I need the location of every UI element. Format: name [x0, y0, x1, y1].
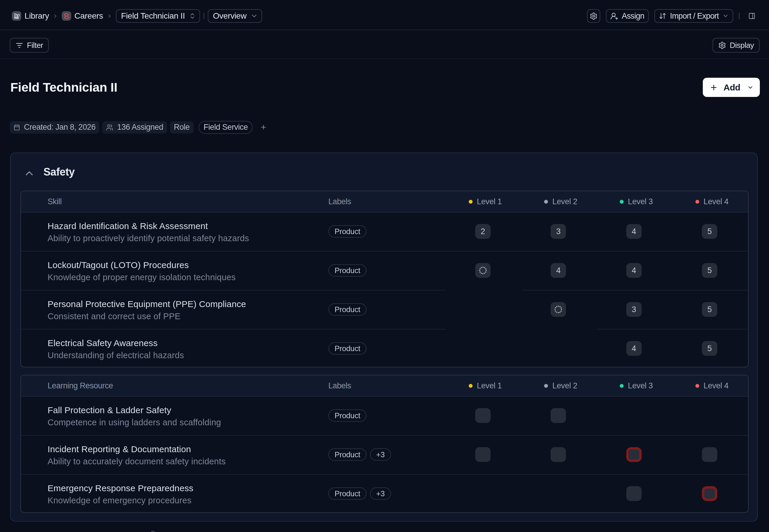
level-cell[interactable]: [521, 341, 596, 356]
resource-subtitle: Ability to accurately document safety in…: [48, 457, 328, 466]
chevron-right-icon: [107, 13, 112, 19]
chevron-down-icon: [250, 12, 258, 20]
level-cell[interactable]: 2: [445, 224, 521, 239]
table-row[interactable]: Hazard Identification & Risk Assessment …: [21, 212, 748, 251]
collapse-section-button[interactable]: [25, 169, 34, 178]
panel-toggle-button[interactable]: [747, 9, 757, 23]
skill-title: Lockout/Tagout (LOTO) Procedures: [48, 260, 328, 270]
level-chip: 4: [626, 341, 642, 356]
table-row[interactable]: Lockout/Tagout (LOTO) Procedures Knowled…: [21, 251, 748, 290]
filter-lines-icon: [15, 41, 23, 49]
level-cell[interactable]: [672, 447, 748, 462]
display-button[interactable]: Display: [713, 38, 760, 53]
divider: [597, 329, 748, 330]
assign-button-label: Assign: [622, 12, 644, 21]
chevron-down-icon: [722, 13, 729, 19]
level-chip: 3: [551, 224, 566, 239]
display-button-label: Display: [730, 41, 754, 50]
add-tag-button[interactable]: [260, 124, 267, 131]
level-cell[interactable]: 3: [521, 224, 596, 239]
level-4-dot: [695, 200, 699, 204]
meta-badges: Created: Jan 8, 2026 136 Assigned Role F…: [10, 121, 267, 133]
level-cell[interactable]: [445, 302, 521, 317]
resource-title: Emergency Response Preparedness: [48, 483, 328, 493]
level-cell[interactable]: [445, 447, 521, 462]
top-bar: Library Careers Field Technician II Over…: [0, 0, 769, 30]
col-header-level-4: Level 4: [674, 197, 750, 206]
table-row[interactable]: Personal Protective Equipment (PPE) Comp…: [21, 290, 748, 329]
level-cell[interactable]: [672, 486, 748, 501]
level-cell[interactable]: 5: [672, 302, 748, 317]
table-row[interactable]: Electrical Safety Awareness Understandin…: [21, 329, 748, 368]
view-select[interactable]: Overview: [208, 9, 262, 23]
table-row[interactable]: Incident Reporting & Documentation Abili…: [21, 435, 748, 474]
table-row[interactable]: Emergency Response Preparedness Knowledg…: [21, 474, 748, 513]
label-extra-pill[interactable]: +3: [370, 448, 391, 461]
level-cell[interactable]: [445, 341, 521, 356]
level-cell[interactable]: [596, 486, 672, 501]
divider: [204, 13, 204, 19]
level-chip: [551, 408, 566, 423]
learning-table: Learning Resource Labels Level 1 Level 2…: [20, 375, 749, 513]
label-extra-pill[interactable]: +3: [370, 487, 391, 500]
level-cell[interactable]: [445, 263, 521, 278]
level-cell[interactable]: [445, 408, 521, 423]
import-export-button[interactable]: Import / Export: [654, 9, 733, 23]
created-badge-label: Created: Jan 8, 2026: [24, 123, 95, 132]
label-pill[interactable]: Product: [328, 303, 366, 316]
breadcrumb-careers[interactable]: Careers: [62, 11, 103, 21]
level-4-dot: [695, 384, 699, 388]
level-chip: 3: [626, 302, 642, 317]
skill-subtitle: Knowledge of proper energy isolation tec…: [48, 273, 328, 282]
filter-button[interactable]: Filter: [10, 38, 49, 53]
breadcrumb-careers-label: Careers: [74, 11, 103, 21]
level-cell[interactable]: 3: [596, 302, 672, 317]
label-pill[interactable]: Product: [328, 342, 366, 355]
assign-button[interactable]: Assign: [606, 9, 649, 23]
gear-icon: [718, 41, 726, 49]
section-header: Safety: [11, 153, 757, 191]
level-cell[interactable]: 4: [596, 263, 672, 278]
level-cell[interactable]: [521, 486, 596, 501]
view-select-value: Overview: [213, 11, 247, 21]
add-button[interactable]: Add: [703, 78, 760, 97]
label-pill[interactable]: Product: [328, 264, 366, 277]
level-cell[interactable]: 4: [521, 263, 596, 278]
level-cell[interactable]: [521, 447, 596, 462]
add-button-label: Add: [723, 82, 740, 93]
divider: [21, 251, 748, 252]
level-cell[interactable]: [596, 408, 672, 423]
table-row[interactable]: Fall Protection & Ladder Safety Competen…: [21, 396, 748, 435]
level-cell[interactable]: 5: [672, 224, 748, 239]
level-cell[interactable]: 4: [596, 341, 672, 356]
settings-button[interactable]: [587, 9, 600, 23]
label-pill[interactable]: Product: [328, 409, 366, 422]
skills-table: Skill Labels Level 1 Level 2 Level 3 Lev…: [20, 191, 749, 367]
entity-select[interactable]: Field Technician II: [116, 9, 200, 23]
level-chip: [551, 447, 566, 462]
level-chip: [475, 408, 491, 423]
level-1-dot: [469, 200, 473, 204]
level-cell[interactable]: [521, 408, 596, 423]
col-header-skill: Skill: [21, 197, 328, 206]
level-cell[interactable]: [521, 302, 596, 317]
tag-field-service[interactable]: Field Service: [199, 121, 253, 134]
resource-title: Incident Reporting & Documentation: [48, 444, 328, 454]
level-cell[interactable]: [672, 408, 748, 423]
label-pill[interactable]: Product: [328, 487, 366, 500]
skill-title: Hazard Identification & Risk Assessment: [48, 221, 328, 231]
level-chip: [475, 263, 491, 278]
calendar-icon: [14, 124, 20, 131]
level-cell[interactable]: 5: [672, 263, 748, 278]
level-cell[interactable]: [445, 486, 521, 501]
level-cell[interactable]: 5: [672, 341, 748, 356]
level-cell[interactable]: [596, 447, 672, 462]
level-chip: 4: [551, 263, 566, 278]
level-chip: [702, 447, 717, 462]
level-3-dot: [620, 200, 624, 204]
level-cell[interactable]: 4: [596, 224, 672, 239]
label-pill[interactable]: Product: [328, 225, 366, 238]
col-header-level-3: Level 3: [598, 197, 674, 206]
breadcrumb-library[interactable]: Library: [12, 11, 49, 21]
label-pill[interactable]: Product: [328, 448, 366, 461]
